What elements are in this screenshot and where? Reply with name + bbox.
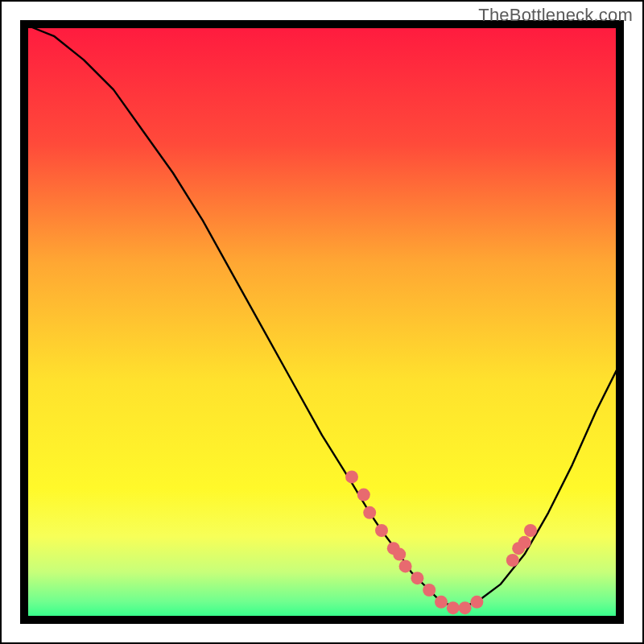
curve-marker (524, 524, 537, 537)
curve-marker (518, 536, 531, 549)
watermark-text: TheBottleneck.com (478, 5, 633, 26)
bottleneck-chart (0, 0, 644, 644)
curve-marker (470, 596, 483, 609)
curve-marker (363, 506, 376, 519)
curve-marker (399, 559, 412, 572)
curve-marker (423, 584, 436, 597)
curve-marker (375, 524, 388, 537)
curve-marker (357, 489, 370, 502)
curve-marker (393, 548, 406, 561)
curve-marker (506, 554, 519, 567)
curve-marker (345, 470, 358, 483)
curve-marker (435, 596, 448, 609)
chart-frame: TheBottleneck.com (0, 0, 644, 644)
curve-marker (447, 601, 460, 614)
curve-marker (411, 572, 423, 584)
curve-marker (459, 601, 472, 614)
